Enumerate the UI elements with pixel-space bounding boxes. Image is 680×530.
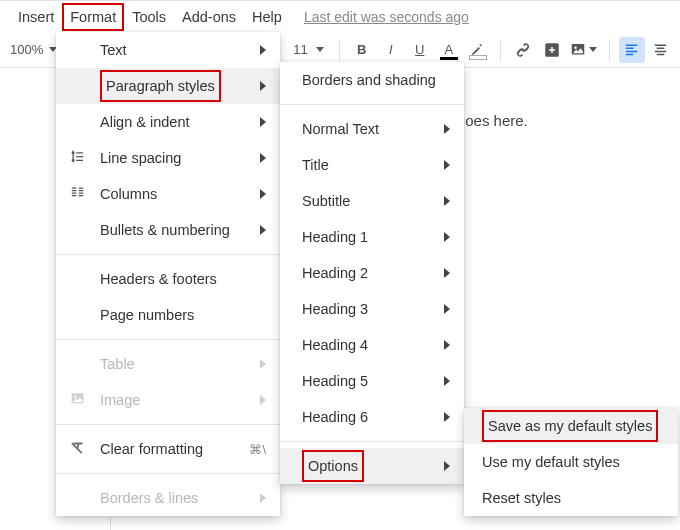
submenu-borders-shading[interactable]: Borders and shading — [280, 62, 464, 98]
menu-insert[interactable]: Insert — [10, 3, 62, 31]
line-spacing-icon — [70, 149, 85, 167]
chevron-right-icon — [260, 225, 266, 235]
paragraph-styles-submenu: Borders and shading Normal Text Title Su… — [280, 62, 464, 484]
divider — [280, 441, 464, 442]
menu-text[interactable]: Text — [56, 32, 280, 68]
svg-point-4 — [74, 396, 76, 398]
bold-button[interactable]: B — [349, 37, 375, 63]
last-edit-link[interactable]: Last edit was seconds ago — [304, 9, 469, 25]
chevron-right-icon — [444, 124, 450, 134]
menu-addons[interactable]: Add-ons — [174, 3, 244, 31]
highlighter-icon — [470, 42, 485, 57]
font-size-value: 11 — [293, 42, 307, 57]
columns-icon — [70, 185, 85, 203]
submenu-heading2[interactable]: Heading 2 — [280, 255, 464, 291]
chevron-right-icon — [260, 81, 266, 91]
divider — [609, 39, 610, 61]
submenu-heading3[interactable]: Heading 3 — [280, 291, 464, 327]
submenu-heading4[interactable]: Heading 4 — [280, 327, 464, 363]
divider — [56, 254, 280, 255]
menu-clear-formatting[interactable]: Clear formatting⌘\ — [56, 431, 280, 467]
font-size-selector[interactable]: 11 — [293, 42, 323, 57]
align-center-button[interactable] — [648, 37, 674, 63]
chevron-right-icon — [260, 395, 266, 405]
menu-paragraph-styles[interactable]: Paragraph styles — [56, 68, 280, 104]
chevron-right-icon — [260, 189, 266, 199]
divider — [56, 424, 280, 425]
submenu-title[interactable]: Title — [280, 147, 464, 183]
chevron-right-icon — [444, 160, 450, 170]
chevron-right-icon — [260, 117, 266, 127]
menu-page-numbers[interactable]: Page numbers — [56, 297, 280, 333]
option-use-default[interactable]: Use my default styles — [464, 444, 678, 480]
clear-format-icon — [70, 440, 85, 458]
divider — [500, 39, 501, 61]
chevron-right-icon — [260, 493, 266, 503]
menubar: Insert Format Tools Add-ons Help Last ed… — [0, 0, 680, 32]
divider — [339, 39, 340, 61]
option-save-default[interactable]: Save as my default styles — [464, 408, 678, 444]
chevron-right-icon — [444, 304, 450, 314]
align-left-icon — [624, 42, 639, 57]
align-left-button[interactable] — [619, 37, 645, 63]
chevron-right-icon — [444, 268, 450, 278]
align-center-icon — [653, 42, 668, 57]
menu-table: Table — [56, 346, 280, 382]
chevron-right-icon — [260, 359, 266, 369]
menu-borders-lines: Borders & lines — [56, 480, 280, 516]
shortcut: ⌘\ — [249, 442, 266, 457]
options-submenu: Save as my default styles Use my default… — [464, 408, 678, 516]
chevron-down-icon — [589, 47, 597, 52]
zoom-value: 100% — [10, 42, 43, 57]
menu-headers-footers[interactable]: Headers & footers — [56, 261, 280, 297]
menu-columns[interactable]: Columns — [56, 176, 280, 212]
svg-point-2 — [574, 46, 577, 49]
menu-tools[interactable]: Tools — [124, 3, 174, 31]
link-icon — [515, 42, 531, 58]
chevron-right-icon — [260, 45, 266, 55]
highlight-button[interactable] — [465, 37, 491, 63]
add-comment-button[interactable] — [539, 37, 565, 63]
image-icon — [70, 392, 85, 409]
insert-link-button[interactable] — [510, 37, 536, 63]
menu-align-indent[interactable]: Align & indent — [56, 104, 280, 140]
chevron-right-icon — [444, 376, 450, 386]
divider — [56, 339, 280, 340]
chevron-right-icon — [444, 232, 450, 242]
italic-button[interactable]: I — [378, 37, 404, 63]
divider — [56, 473, 280, 474]
divider — [280, 104, 464, 105]
underline-button[interactable]: U — [407, 37, 433, 63]
chevron-right-icon — [260, 153, 266, 163]
chevron-down-icon — [316, 47, 324, 52]
menu-bullets-numbering[interactable]: Bullets & numbering — [56, 212, 280, 248]
text-color-button[interactable]: A — [436, 37, 462, 63]
menu-line-spacing[interactable]: Line spacing — [56, 140, 280, 176]
submenu-heading6[interactable]: Heading 6 — [280, 399, 464, 435]
menu-image: Image — [56, 382, 280, 418]
submenu-subtitle[interactable]: Subtitle — [280, 183, 464, 219]
insert-image-button[interactable] — [568, 37, 600, 63]
chevron-right-icon — [444, 340, 450, 350]
submenu-options[interactable]: Options — [280, 448, 464, 484]
chevron-right-icon — [444, 196, 450, 206]
image-icon — [570, 42, 586, 57]
comment-plus-icon — [543, 41, 561, 59]
menu-help[interactable]: Help — [244, 3, 290, 31]
chevron-right-icon — [444, 461, 450, 471]
submenu-heading1[interactable]: Heading 1 — [280, 219, 464, 255]
option-reset[interactable]: Reset styles — [464, 480, 678, 516]
menu-format[interactable]: Format — [62, 3, 124, 31]
submenu-heading5[interactable]: Heading 5 — [280, 363, 464, 399]
format-dropdown: Text Paragraph styles Align & indent Lin… — [56, 32, 280, 516]
chevron-right-icon — [444, 412, 450, 422]
submenu-normal-text[interactable]: Normal Text — [280, 111, 464, 147]
